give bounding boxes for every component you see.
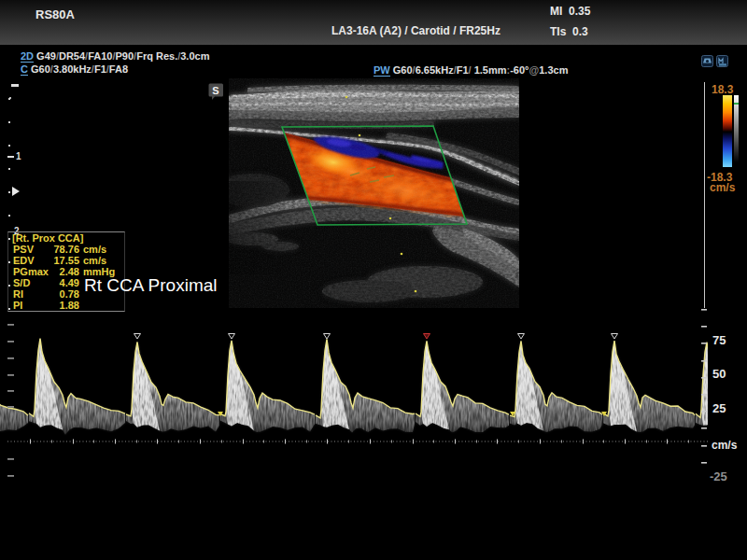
svg-text:S: S (212, 85, 218, 96)
